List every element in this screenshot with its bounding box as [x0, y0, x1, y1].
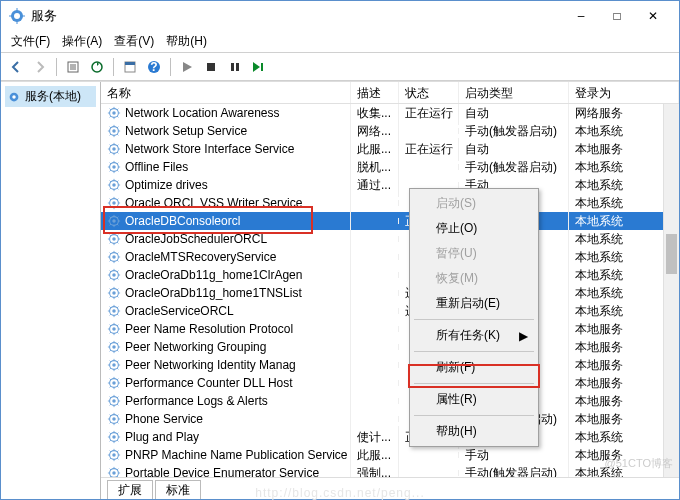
close-button[interactable]: ✕: [635, 2, 671, 30]
svg-point-41: [112, 345, 116, 349]
svg-point-13: [12, 95, 16, 99]
services-list[interactable]: Network Location Awareness收集...正在运行自动网络服…: [101, 104, 679, 477]
service-name: OracleServiceORCL: [125, 304, 234, 318]
service-name: Network Store Interface Service: [125, 142, 294, 156]
service-name: Performance Logs & Alerts: [125, 394, 268, 408]
service-name: OracleDBConsoleorcl: [125, 214, 240, 228]
svg-point-27: [112, 219, 116, 223]
separator: [56, 58, 57, 76]
gear-icon: [107, 412, 121, 426]
service-name: Phone Service: [125, 412, 203, 426]
minimize-button[interactable]: –: [563, 2, 599, 30]
help-button[interactable]: ?: [143, 56, 165, 78]
gear-icon: [107, 304, 121, 318]
gear-icon: [107, 250, 121, 264]
service-name: OracleOraDb11g_home1ClrAgen: [125, 268, 302, 282]
service-row[interactable]: Portable Device Enumerator Service强制...手…: [101, 464, 679, 477]
service-name: OracleMTSRecoveryService: [125, 250, 276, 264]
forward-button[interactable]: [29, 56, 51, 78]
service-name: Network Location Awareness: [125, 106, 280, 120]
service-name: Peer Networking Grouping: [125, 340, 266, 354]
column-headers: 名称 描述 状态 启动类型 登录为: [101, 82, 679, 104]
svg-point-47: [112, 399, 116, 403]
svg-point-55: [112, 471, 116, 475]
context-item[interactable]: 帮助(H): [412, 419, 536, 444]
service-status: [399, 452, 459, 458]
svg-rect-5: [125, 62, 135, 65]
nav-services-local[interactable]: 服务(本地): [5, 86, 96, 107]
refresh-button[interactable]: [86, 56, 108, 78]
service-name: OracleJobSchedulerORCL: [125, 232, 267, 246]
maximize-button[interactable]: □: [599, 2, 635, 30]
context-item[interactable]: 刷新(F): [412, 355, 536, 380]
start-service-button[interactable]: [176, 56, 198, 78]
export-button[interactable]: [62, 56, 84, 78]
service-name: Oracle ORCL VSS Writer Service: [125, 196, 302, 210]
svg-point-49: [112, 417, 116, 421]
gear-icon: [107, 178, 121, 192]
service-desc: 强制...: [351, 462, 399, 478]
context-item[interactable]: 属性(R): [412, 387, 536, 412]
service-status: 正在运行: [399, 104, 459, 125]
stop-service-button[interactable]: [200, 56, 222, 78]
nav-pane: 服务(本地): [1, 82, 101, 499]
col-desc[interactable]: 描述: [351, 82, 399, 103]
scrollbar-thumb[interactable]: [666, 234, 677, 274]
gear-icon: [107, 286, 121, 300]
tab-standard[interactable]: 标准: [155, 480, 201, 500]
context-item: 恢复(M): [412, 266, 536, 291]
svg-point-33: [112, 273, 116, 277]
menu-view[interactable]: 查看(V): [108, 31, 160, 52]
service-name: Portable Device Enumerator Service: [125, 466, 319, 477]
service-desc: [351, 344, 399, 350]
menu-action[interactable]: 操作(A): [56, 31, 108, 52]
service-desc: [351, 218, 399, 224]
back-button[interactable]: [5, 56, 27, 78]
context-item[interactable]: 停止(O): [412, 216, 536, 241]
tab-extended[interactable]: 扩展: [107, 480, 153, 500]
service-name: OracleOraDb11g_home1TNSList: [125, 286, 302, 300]
restart-service-button[interactable]: [248, 56, 270, 78]
separator: [170, 58, 171, 76]
service-desc: [351, 254, 399, 260]
submenu-arrow-icon: ▶: [519, 329, 528, 343]
svg-point-17: [112, 129, 116, 133]
properties-button[interactable]: [119, 56, 141, 78]
service-name: Offline Files: [125, 160, 188, 174]
gear-icon: [107, 394, 121, 408]
gear-icon: [107, 214, 121, 228]
gear-icon: [107, 340, 121, 354]
services-window: 服务 – □ ✕ 文件(F) 操作(A) 查看(V) 帮助(H) ? 服务(本地…: [0, 0, 680, 500]
gear-icon: [107, 466, 121, 477]
gear-icon: [107, 322, 121, 336]
body: 服务(本地) 名称 描述 状态 启动类型 登录为 Network Locatio…: [1, 81, 679, 499]
separator: [113, 58, 114, 76]
svg-point-21: [112, 165, 116, 169]
col-logon[interactable]: 登录为: [569, 82, 679, 103]
context-item[interactable]: 重新启动(E): [412, 291, 536, 316]
gear-icon: [107, 142, 121, 156]
svg-rect-11: [261, 63, 263, 71]
gear-icon: [107, 196, 121, 210]
gear-icon: [107, 376, 121, 390]
context-separator: [414, 351, 534, 352]
menu-help[interactable]: 帮助(H): [160, 31, 213, 52]
content-pane: 名称 描述 状态 启动类型 登录为 Network Location Aware…: [101, 82, 679, 499]
menubar: 文件(F) 操作(A) 查看(V) 帮助(H): [1, 31, 679, 53]
menu-file[interactable]: 文件(F): [5, 31, 56, 52]
service-type: 手动(触发器启动): [459, 462, 569, 478]
gear-icon: [107, 160, 121, 174]
svg-point-29: [112, 237, 116, 241]
service-desc: [351, 362, 399, 368]
service-name: Network Setup Service: [125, 124, 247, 138]
svg-point-19: [112, 147, 116, 151]
pause-service-button[interactable]: [224, 56, 246, 78]
titlebar[interactable]: 服务 – □ ✕: [1, 1, 679, 31]
col-name[interactable]: 名称: [101, 82, 351, 103]
col-status[interactable]: 状态: [399, 82, 459, 103]
svg-point-51: [112, 435, 116, 439]
scrollbar[interactable]: [663, 104, 679, 477]
svg-text:?: ?: [150, 60, 157, 74]
context-item[interactable]: 所有任务(K)▶: [412, 323, 536, 348]
col-type[interactable]: 启动类型: [459, 82, 569, 103]
